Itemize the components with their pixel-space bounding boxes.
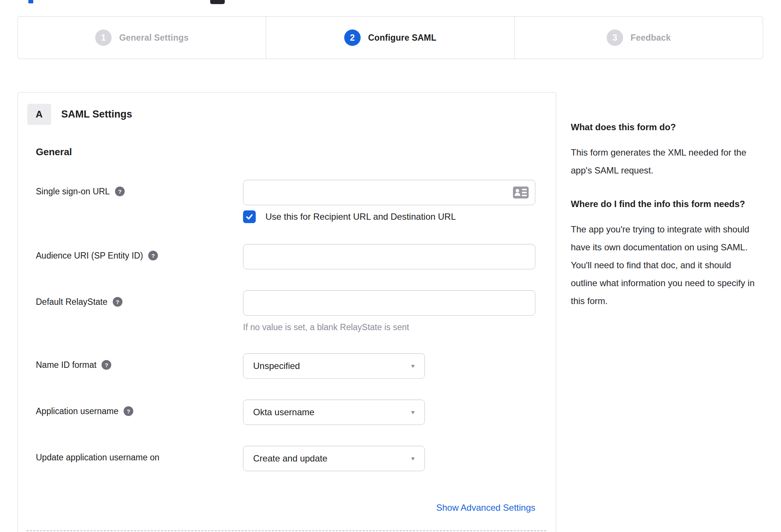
help-question-1: What does this form do? [571,119,757,135]
step-2-label: Configure SAML [368,33,436,43]
wizard-stepper: 1 General Settings 2 Configure SAML 3 Fe… [18,16,763,59]
relaystate-hint: If no value is set, a blank RelayState i… [243,322,535,332]
clipped-header-icon-fragment [210,0,225,4]
chevron-down-icon: ▼ [410,409,416,415]
application-username-select[interactable]: Okta username ▼ [243,400,425,425]
recipient-url-checkbox-row: Use this for Recipient URL and Destinati… [243,210,535,223]
general-group-heading: General [36,146,535,158]
name-id-format-label: Name ID format ? [36,353,243,379]
application-username-label: Application username ? [36,400,243,425]
application-username-value: Okta username [253,407,314,417]
help-icon[interactable]: ? [113,297,122,307]
audience-uri-row: Audience URI (SP Entity ID) ? [36,244,535,269]
help-answer-2: The app you're trying to integrate with … [571,220,757,310]
default-relaystate-row: Default RelayState ? If no value is set,… [36,290,535,332]
clipped-logo-fragment [28,0,33,3]
audience-uri-label: Audience URI (SP Entity ID) ? [36,244,243,269]
help-sidebar: What does this form do? This form genera… [571,92,757,326]
default-relaystate-input[interactable] [243,290,535,316]
name-id-format-row: Name ID format ? Unspecified ▼ [36,353,535,379]
saml-form: Single sign-on URL ? [36,180,535,513]
help-icon[interactable]: ? [102,360,111,370]
chevron-down-icon: ▼ [410,456,416,461]
audience-uri-input[interactable] [243,244,535,269]
sso-url-row: Single sign-on URL ? [36,180,535,223]
help-icon[interactable]: ? [148,251,158,260]
checkbox-checkmark-icon [245,213,253,221]
step-3-number-badge: 3 [607,29,623,46]
configure-saml-page: 1 General Settings 2 Configure SAML 3 Fe… [0,0,781,532]
step-configure-saml[interactable]: 2 Configure SAML [266,17,514,59]
step-general-settings[interactable]: 1 General Settings [18,17,266,59]
sso-url-label: Single sign-on URL ? [36,180,243,223]
update-app-username-row: Update application username on Create an… [36,446,535,471]
help-question-2: Where do I find the info this form needs… [571,196,757,212]
section-header: A SAML Settings [27,104,535,125]
section-title: SAML Settings [61,109,132,120]
update-app-username-value: Create and update [253,453,327,464]
dashed-divider [27,530,546,531]
name-id-format-value: Unspecified [253,361,300,371]
saml-settings-panel: A SAML Settings General Single sign-on U… [18,92,556,532]
help-icon[interactable]: ? [115,187,125,196]
update-app-username-label: Update application username on [36,446,243,471]
section-a-badge: A [27,104,51,125]
show-advanced-settings-link[interactable]: Show Advanced Settings [436,503,535,513]
step-1-number-badge: 1 [95,29,112,46]
recipient-url-checkbox-label: Use this for Recipient URL and Destinati… [265,212,456,222]
name-id-format-select[interactable]: Unspecified ▼ [243,353,425,379]
update-app-username-select[interactable]: Create and update ▼ [243,446,425,471]
step-2-number-badge: 2 [344,29,361,46]
step-feedback[interactable]: 3 Feedback [514,17,763,59]
help-icon[interactable]: ? [124,406,133,416]
help-answer-1: This form generates the XML needed for t… [571,144,757,179]
sso-url-input[interactable] [243,180,535,205]
chevron-down-icon: ▼ [410,363,416,369]
recipient-url-checkbox[interactable] [243,210,256,223]
default-relaystate-label: Default RelayState ? [36,290,243,332]
application-username-row: Application username ? Okta username ▼ [36,400,535,425]
contact-card-icon[interactable] [513,187,529,198]
step-3-label: Feedback [631,33,671,43]
step-1-label: General Settings [119,33,189,43]
